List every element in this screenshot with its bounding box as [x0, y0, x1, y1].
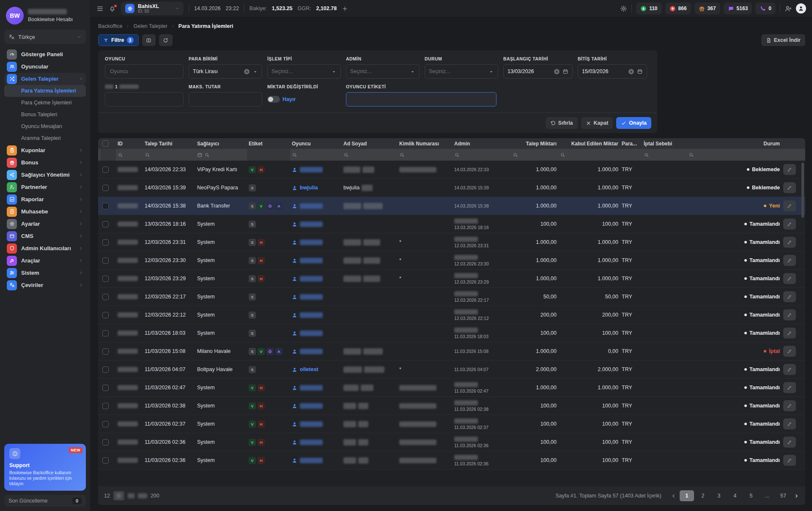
gear-icon[interactable] [620, 5, 627, 12]
avatar[interactable]: BW [6, 7, 24, 25]
columns-button[interactable] [142, 34, 156, 46]
table-row[interactable]: 11/03/2026 02:38SystemVH11.03.2026 02:38… [98, 397, 805, 415]
filter-input-1[interactable] [109, 96, 179, 103]
edit-button[interactable] [783, 182, 796, 193]
column-header-name[interactable]: Ad Soyad [342, 141, 398, 147]
sidebar-item-kuponlar[interactable]: Kuponlar [4, 144, 86, 156]
edit-button[interactable] [783, 164, 796, 175]
sidebar-item-partnerler[interactable]: Partnerler [4, 181, 86, 193]
column-header-identity[interactable]: Kimlik Numarası [398, 141, 453, 147]
column-search-amount[interactable] [511, 149, 558, 161]
table-row[interactable]: 11/03/2026 02:37SystemVH11.03.2026 02:37… [98, 415, 805, 433]
column-header-status[interactable]: Durum [687, 141, 782, 147]
table-row[interactable]: 12/03/2026 23:31SystemSH*12.03.2026 23:3… [98, 233, 805, 251]
table-row[interactable]: 13/03/2026 18:16SystemS13.03.2026 18:161… [98, 215, 805, 233]
row-checkbox[interactable] [102, 221, 109, 227]
player-link[interactable] [292, 331, 323, 336]
sidebar-item-gelen-talepler[interactable]: Gelen Talepler [4, 73, 86, 85]
row-checkbox[interactable] [102, 421, 109, 427]
player-link[interactable] [292, 221, 323, 227]
column-search-accepted[interactable] [558, 149, 620, 161]
edit-button[interactable] [783, 255, 796, 266]
badge-withdrawals[interactable]: 866 [665, 3, 691, 14]
close-button[interactable]: Kapat [581, 117, 613, 129]
table-row[interactable]: 11/03/2026 02:47SystemVH11.03.2026 02:47… [98, 379, 805, 397]
player-link[interactable] [292, 294, 323, 300]
edit-button[interactable] [783, 364, 796, 375]
filter-control-admi-n[interactable]: Seçiniz... [346, 64, 420, 79]
column-search-cancel[interactable] [642, 149, 687, 161]
breadcrumb-item[interactable]: Backoffice [98, 23, 122, 29]
filter-control-bi-ti-tari-hi-[interactable]: 15/03/2026 [578, 64, 647, 79]
page-size-redacted[interactable] [128, 493, 134, 498]
column-search-identity[interactable] [398, 149, 453, 161]
badge-bonuses[interactable]: 367 [694, 3, 720, 14]
language-select[interactable]: Türkçe [4, 30, 86, 44]
filter-control-oyuncu[interactable] [105, 64, 184, 79]
page-size-redacted[interactable] [138, 493, 147, 498]
page-number-57[interactable]: 57 [776, 490, 790, 501]
badge-messages[interactable]: 5163 [724, 3, 752, 14]
column-header-cancel[interactable]: İptal Sebebi [642, 141, 687, 147]
filter-control-ba-langi-tari-hi-[interactable]: 13/03/2026 [503, 64, 573, 79]
bell-icon[interactable] [109, 5, 116, 12]
column-search-player[interactable] [290, 149, 342, 161]
filter-input-oyuncu-eti-keti-[interactable] [350, 96, 492, 103]
row-checkbox[interactable] [102, 167, 109, 173]
player-link[interactable] [292, 276, 323, 281]
player-link[interactable]: bwjulia [292, 185, 318, 191]
edit-button[interactable] [783, 237, 796, 248]
column-header-currency[interactable]: Para... [620, 141, 642, 147]
sidebar-item-admin-kullan-c-lar-[interactable]: Admin Kullanıcıları [4, 242, 86, 254]
sidebar-subitem-aranma-talepleri[interactable]: Aranma Talepleri [4, 132, 86, 144]
page-number-4[interactable]: 4 [728, 490, 742, 501]
table-row[interactable]: 11/03/2026 18:03SystemS11.03.2026 18:031… [98, 324, 805, 342]
row-checkbox[interactable] [102, 330, 109, 336]
select-all-checkbox[interactable] [102, 140, 109, 147]
page-number-2[interactable]: 2 [696, 490, 710, 501]
brand-selector[interactable]: BahisXL ID: 50 [121, 2, 184, 15]
sidebar-item-ayarlar[interactable]: Ayarlar [4, 218, 86, 230]
breadcrumb-item[interactable]: Gelen Talepler [133, 23, 167, 29]
row-checkbox[interactable] [102, 457, 109, 464]
next-page-icon[interactable] [794, 493, 799, 499]
edit-button[interactable] [783, 200, 796, 211]
player-link[interactable] [292, 421, 323, 427]
edit-button[interactable] [783, 291, 796, 302]
prev-page-icon[interactable] [671, 493, 676, 499]
column-header-admin[interactable]: Admin [453, 141, 511, 147]
column-header-accepted[interactable]: Kabul Edilen Miktar [558, 141, 620, 147]
player-link[interactable] [292, 349, 323, 354]
filter-control-maks-tutar[interactable] [189, 92, 262, 107]
row-checkbox[interactable] [102, 385, 109, 391]
row-checkbox[interactable] [102, 239, 109, 246]
player-link[interactable] [292, 258, 323, 263]
page-number-5[interactable]: 5 [744, 490, 758, 501]
column-header-provider[interactable]: Sağlayıcı [195, 141, 247, 147]
edit-button[interactable] [783, 455, 796, 466]
edit-button[interactable] [783, 418, 796, 429]
player-link[interactable] [292, 240, 323, 245]
column-header-amount[interactable]: Talep Miktarı [511, 141, 558, 147]
sidebar-item-raporlar[interactable]: Raporlar [4, 193, 86, 205]
row-checkbox[interactable] [102, 348, 109, 355]
edit-button[interactable] [783, 437, 796, 448]
row-checkbox[interactable] [102, 366, 109, 373]
sidebar-subitem-para-yat-rma-i-lemleri[interactable]: Para Yatırma İşlemleri [4, 85, 86, 97]
column-search-admin[interactable] [453, 149, 511, 161]
sidebar-item-sistem[interactable]: Sistem [4, 267, 86, 279]
sidebar-item-oyuncular[interactable]: Oyuncular [4, 60, 86, 73]
sidebar-item-bonus[interactable]: Bonus [4, 156, 86, 169]
profile-avatar[interactable] [796, 3, 806, 14]
page-number-1[interactable]: 1 [680, 490, 694, 501]
table-row[interactable]: 12/03/2026 22:12SystemS12.03.2026 22:122… [98, 306, 805, 324]
table-row[interactable]: 14/03/2026 15:38Bank TransferSVÖA14.03.2… [98, 197, 805, 215]
plus-icon[interactable] [342, 5, 348, 12]
filter-button[interactable]: Filtre 3 [98, 34, 139, 46]
row-checkbox[interactable] [102, 294, 109, 300]
table-row[interactable]: 11/03/2026 15:08Milano HavaleSVÖA11.03.2… [98, 342, 805, 361]
edit-button[interactable] [783, 382, 796, 393]
column-search-name[interactable] [342, 149, 398, 161]
refresh-button[interactable] [159, 34, 173, 46]
table-row[interactable]: 12/03/2026 22:17SystemS12.03.2026 22:175… [98, 288, 805, 306]
